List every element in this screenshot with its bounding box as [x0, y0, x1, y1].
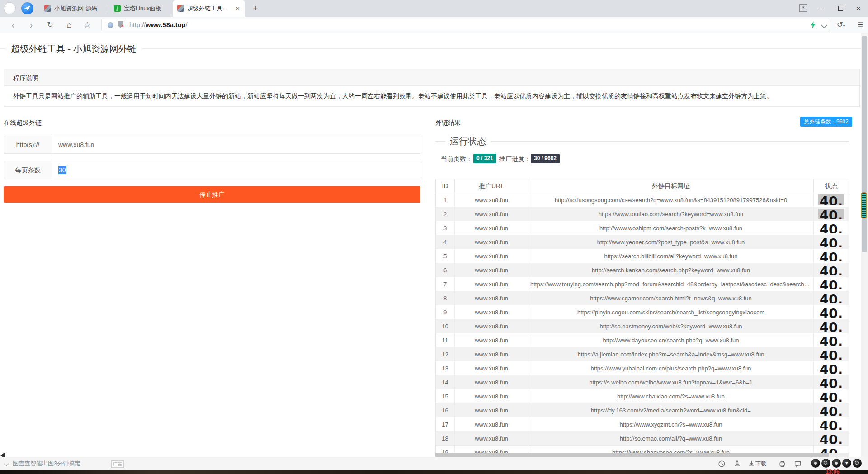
table-row: 3www.xu8.funhttp://www.woshipm.com/searc… [436, 221, 849, 235]
undo-icon: ↺ [837, 20, 843, 29]
table-cell: 13 [436, 361, 455, 375]
ad-link[interactable]: 图查查智能出图3分钟搞定 [13, 457, 80, 470]
notice-header[interactable]: 程序说明 [4, 69, 860, 86]
table-cell: 40. [814, 361, 849, 375]
table-cell: 40. [814, 431, 849, 446]
table-cell: www.xu8.fun [455, 389, 528, 403]
paper-plane-icon [24, 5, 30, 11]
table-cell: https://www.touying.com/search.php?mod=f… [528, 277, 814, 291]
red-clock-text: 13:06 [826, 469, 840, 474]
insecure-x-icon: × [121, 24, 124, 28]
tab-label: 宝塔Linux面板 [124, 5, 161, 13]
tab-xiaoxu-site[interactable]: 小旭资源网-源码 [40, 0, 108, 17]
column-header: 推广URL [455, 179, 528, 193]
printer-icon[interactable] [778, 460, 786, 468]
status-counter: 40. [814, 251, 849, 261]
url-input[interactable]: www.xu8.fun [52, 136, 420, 153]
url-protocol: http:// [129, 21, 146, 28]
back-button[interactable]: ‹ [6, 19, 20, 31]
circle-badge-icon[interactable] [832, 459, 841, 468]
restore-button[interactable] [832, 0, 849, 17]
close-window-button[interactable]: × [850, 0, 867, 17]
status-counter: 40. [818, 209, 844, 219]
stop-promotion-button[interactable]: 停止推广 [4, 186, 420, 203]
quick-nav-icon[interactable] [21, 2, 33, 14]
table-cell: 5 [436, 249, 455, 263]
table-row: 17www.xu8.funhttps://www.xyqzmt.cn/?s=ww… [436, 417, 849, 431]
status-counter: 40. [814, 377, 849, 388]
forward-button[interactable]: › [24, 19, 38, 31]
vscroll-thumb[interactable] [862, 36, 867, 252]
table-cell: http://so.eastmoney.com/web/s?keyword=ww… [528, 319, 814, 333]
progress-label: 推广进度： [499, 154, 531, 164]
per-page-addon-label: 每页条数 [4, 161, 52, 179]
feedback-chat-icon[interactable] [794, 460, 802, 468]
table-cell: 40. [814, 235, 849, 249]
site-info-icon[interactable] [108, 22, 113, 28]
scrollbar-marker-widget[interactable] [861, 192, 867, 218]
table-cell: https://www.sgamer.com/search.html?t=new… [528, 291, 814, 305]
table-cell: www.xu8.fun [455, 347, 528, 361]
tab-superlink-tool[interactable]: 超级外链工具 - × [173, 0, 245, 17]
clock-icon[interactable] [718, 460, 726, 468]
table-cell: https://s.weibo.com/weibo/www.xu8.fun?to… [528, 375, 814, 389]
url-host: www.58a.top [146, 21, 185, 28]
table-row: 12www.xu8.funhttps://a.jiemian.com/index… [436, 347, 849, 361]
tab-baota-panel[interactable]: 宝塔Linux面板 [109, 0, 172, 17]
tab-separator [108, 4, 108, 13]
table-row: 15www.xu8.funhttp://www.chaixiao.com/?s=… [436, 389, 849, 403]
reload-button[interactable]: ↻ [43, 19, 57, 31]
table-cell: 9 [436, 305, 455, 319]
table-cell: 8 [436, 291, 455, 305]
table-cell: https://www.yubaibai.com.cn/plus/search.… [528, 361, 814, 375]
table-row: 13www.xu8.funhttps://www.yubaibai.com.cn… [436, 361, 849, 375]
page-title: 超级外链工具 - 小旭资源网外链 [5, 43, 142, 55]
table-cell: http://search.kankan.com/search.php?keyw… [528, 263, 814, 277]
address-bar[interactable] [101, 19, 830, 31]
rocket-boost-icon[interactable] [733, 460, 741, 468]
site-favicon [177, 5, 184, 12]
current-page-label: 当前页数： [441, 154, 472, 164]
table-cell: 6 [436, 263, 455, 277]
table-cell: www.xu8.fun [455, 291, 528, 305]
table-cell: 40. [814, 375, 849, 389]
circle-badge-icon[interactable] [811, 459, 820, 468]
circle-badge-icon[interactable] [853, 459, 862, 468]
table-body: 1www.xu8.funhttp://so.lusongsong.com/cse… [436, 193, 849, 457]
table-cell: https://www.xyqzmt.cn/?s=www.xu8.fun [528, 417, 814, 431]
table-row: 1www.xu8.funhttp://so.lusongsong.com/cse… [436, 193, 849, 207]
home-button[interactable]: ⌂ [62, 19, 76, 31]
url-text[interactable]: http://www.58a.top/ [129, 20, 187, 29]
table-row: 14www.xu8.funhttps://s.weibo.com/weibo/w… [436, 375, 849, 389]
table-cell: 2 [436, 207, 455, 221]
close-tab-icon[interactable]: × [235, 5, 241, 12]
heart-badge-icon[interactable] [842, 459, 851, 468]
status-counter: 40. [814, 363, 849, 374]
table-cell: www.xu8.fun [455, 361, 528, 375]
circle-badge-icon[interactable] [821, 459, 830, 468]
table-cell: www.xu8.fun [455, 263, 528, 277]
table-cell: 40. [814, 221, 849, 235]
table-row: 8www.xu8.funhttps://www.sgamer.com/searc… [436, 291, 849, 305]
status-counter: 40. [814, 433, 849, 444]
minimize-button[interactable]: – [814, 0, 831, 17]
table-cell: www.xu8.fun [455, 305, 528, 319]
bottom-edge-strip [0, 470, 868, 474]
table-cell: 40. [814, 333, 849, 347]
per-page-input-group: 每页条数 30 [4, 161, 420, 179]
table-row: 6www.xu8.funhttp://search.kankan.com/sea… [436, 263, 849, 277]
download-label[interactable]: 下载 [755, 457, 766, 470]
table-cell: 40. [814, 193, 849, 207]
table-cell: www.xu8.fun [455, 403, 528, 417]
table-cell: 10 [436, 319, 455, 333]
undo-closed-tab-button[interactable]: ↺▾ [834, 19, 848, 31]
per-page-input[interactable]: 30 [52, 161, 420, 179]
browser-menu-icon[interactable]: ≡ [854, 18, 867, 31]
table-cell: 1 [436, 193, 455, 207]
table-row: 7www.xu8.funhttps://www.touying.com/sear… [436, 277, 849, 291]
tab-count-badge[interactable]: 3 [799, 4, 807, 12]
bookmark-star-icon[interactable]: ☆ [80, 19, 94, 31]
new-tab-button[interactable]: + [250, 3, 261, 14]
browser-logo-icon[interactable] [4, 2, 16, 14]
download-icon[interactable] [748, 460, 755, 468]
